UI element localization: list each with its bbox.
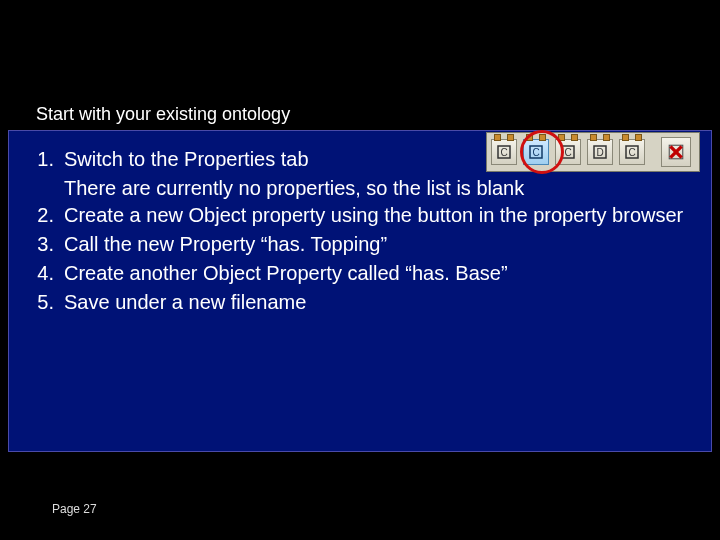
- svg-text:C: C: [628, 147, 635, 158]
- list-number: 4.: [28, 260, 64, 287]
- list-continuation: There are currently no properties, so th…: [28, 175, 688, 202]
- delete-button: [661, 137, 691, 167]
- subtitle-text: Start with your existing ontology: [36, 104, 290, 125]
- page-number: Page 27: [52, 502, 97, 516]
- create-object-property-button: C: [523, 139, 549, 165]
- create-subproperty-button: C: [555, 139, 581, 165]
- svg-text:D: D: [596, 147, 603, 158]
- create-class-button: C: [491, 139, 517, 165]
- list-item: 2. Create a new Object property using th…: [28, 202, 688, 229]
- list-number: 3.: [28, 231, 64, 258]
- list-text: Save under a new filename: [64, 289, 688, 316]
- list-number: 1.: [28, 146, 64, 173]
- svg-text:C: C: [500, 147, 507, 158]
- list-item: 3. Call the new Property “has. Topping”: [28, 231, 688, 258]
- list-item: 5. Save under a new filename: [28, 289, 688, 316]
- list-text: Call the new Property “has. Topping”: [64, 231, 688, 258]
- list-text: Create another Object Property called “h…: [64, 260, 688, 287]
- create-annotation-property-button: C: [619, 139, 645, 165]
- slide: Start with your existing ontology 1. Swi…: [0, 0, 720, 540]
- svg-text:C: C: [564, 147, 571, 158]
- create-datatype-property-button: D: [587, 139, 613, 165]
- list-text: Create a new Object property using the b…: [64, 202, 688, 229]
- list-number: 5.: [28, 289, 64, 316]
- property-toolbar-image: C C C D C: [486, 132, 700, 172]
- list-number: 2.: [28, 202, 64, 229]
- list-item: 4. Create another Object Property called…: [28, 260, 688, 287]
- svg-text:C: C: [532, 147, 539, 158]
